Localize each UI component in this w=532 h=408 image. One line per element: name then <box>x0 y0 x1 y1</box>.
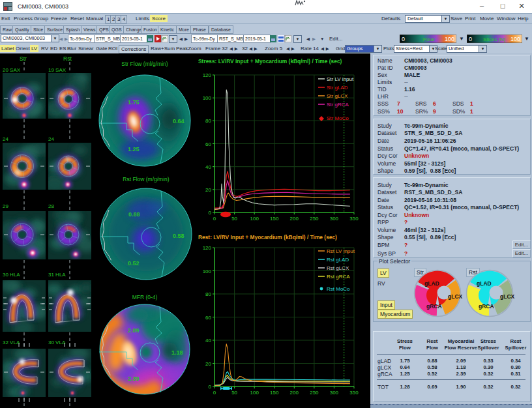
svg-text:Rest: LV/RV Input + Myocardium: Rest: LV/RV Input + Myocardium (kBq/ml) … <box>198 234 337 240</box>
svg-text:2.09: 2.09 <box>128 327 140 334</box>
svg-text:0: 0 <box>402 36 405 42</box>
svg-text:0.52: 0.52 <box>128 260 140 267</box>
svg-text:1.25: 1.25 <box>128 146 140 153</box>
svg-text:MFR (0-4): MFR (0-4) <box>132 294 158 300</box>
svg-text:0: 0 <box>469 36 472 42</box>
svg-text:29: 29 <box>3 203 8 209</box>
svg-text:Rst gLCX: Rst gLCX <box>327 265 349 271</box>
svg-text:2.39: 2.39 <box>128 375 140 382</box>
svg-text:100: 100 <box>203 269 212 274</box>
svg-text:Rst MoCo: Rst MoCo <box>327 286 350 292</box>
svg-text:100: 100 <box>250 216 259 222</box>
svg-text:350: 350 <box>349 390 359 396</box>
svg-text:50: 50 <box>231 216 237 222</box>
svg-text:80: 80 <box>205 118 211 124</box>
svg-text:300: 300 <box>330 390 339 396</box>
svg-text:Str: Str <box>20 55 27 62</box>
svg-text:Str MoCo: Str MoCo <box>327 115 349 121</box>
svg-text:150: 150 <box>270 390 279 396</box>
svg-text:Str gLAD: Str gLAD <box>327 85 348 91</box>
svg-text:gLAD: gLAD <box>424 280 439 287</box>
svg-text:0: 0 <box>209 384 212 390</box>
svg-text:31 HLA: 31 HLA <box>48 272 66 278</box>
svg-text:28: 28 <box>48 203 54 209</box>
svg-text:40: 40 <box>205 338 211 343</box>
svg-text:24: 24 <box>3 136 8 142</box>
svg-text:Rst gLAD: Rst gLAD <box>327 257 349 263</box>
svg-text:40: 40 <box>205 164 211 170</box>
svg-text:100: 100 <box>250 390 259 396</box>
svg-text:24: 24 <box>48 136 54 142</box>
svg-text:80: 80 <box>205 291 211 297</box>
svg-text:20 SAX: 20 SAX <box>3 67 21 73</box>
svg-text:32 VLA: 32 VLA <box>3 340 20 345</box>
svg-text:Rst: Rst <box>63 55 72 62</box>
svg-text:0.88: 0.88 <box>128 211 140 218</box>
svg-text:250: 250 <box>310 216 319 222</box>
svg-text:300: 300 <box>330 216 339 222</box>
svg-text:20: 20 <box>205 361 211 367</box>
svg-text:Rst LV input: Rst LV input <box>327 248 355 254</box>
svg-text:150: 150 <box>270 216 279 222</box>
svg-text:gLAD: gLAD <box>477 280 492 287</box>
svg-text:0: 0 <box>213 216 216 222</box>
svg-text:Rst gRCA: Rst gRCA <box>327 274 350 280</box>
svg-text:Str gLCX: Str gLCX <box>327 93 348 99</box>
svg-text:Stress: LV/RV Input + Myocardi: Stress: LV/RV Input + Myocardium (kBq/ml… <box>198 58 342 65</box>
svg-text:60: 60 <box>205 315 211 321</box>
svg-text:200: 200 <box>290 216 299 222</box>
svg-text:1.75: 1.75 <box>128 99 140 106</box>
svg-text:120: 120 <box>203 245 212 251</box>
svg-text:gRCA: gRCA <box>426 303 442 310</box>
svg-text:gLCX: gLCX <box>448 293 463 300</box>
svg-text:Str Flow (ml/g/min): Str Flow (ml/g/min) <box>121 61 168 67</box>
svg-text:350: 350 <box>349 216 359 222</box>
svg-text:1.18: 1.18 <box>171 349 183 356</box>
svg-text:100: 100 <box>510 36 520 42</box>
svg-text:gLCX: gLCX <box>500 293 515 300</box>
svg-text:Rst Flow (m/g/min): Rst Flow (m/g/min) <box>123 176 169 182</box>
svg-text:100: 100 <box>203 95 212 101</box>
svg-text:60: 60 <box>205 141 211 147</box>
svg-text:30 VLA: 30 VLA <box>48 340 66 345</box>
svg-text:0.64: 0.64 <box>173 118 185 124</box>
svg-text:250: 250 <box>310 390 319 396</box>
svg-text:Str gRCA: Str gRCA <box>327 102 349 108</box>
svg-text:120: 120 <box>203 72 212 78</box>
svg-text:Str LV input: Str LV input <box>327 76 354 82</box>
svg-text:200: 200 <box>290 390 299 396</box>
svg-text:Polar: Polar <box>423 36 436 42</box>
svg-text:100: 100 <box>445 36 454 42</box>
svg-text:20: 20 <box>205 187 211 193</box>
svg-text:50: 50 <box>231 390 237 396</box>
svg-text:0: 0 <box>213 390 216 396</box>
svg-text:gRCA: gRCA <box>479 303 494 310</box>
svg-text:30 HLA: 30 HLA <box>3 272 20 278</box>
svg-text:0.58: 0.58 <box>173 233 185 239</box>
svg-text:Slices [N]: Slices [N] <box>483 36 505 42</box>
svg-text:0: 0 <box>209 210 212 216</box>
svg-text:19 SAX: 19 SAX <box>48 67 66 73</box>
